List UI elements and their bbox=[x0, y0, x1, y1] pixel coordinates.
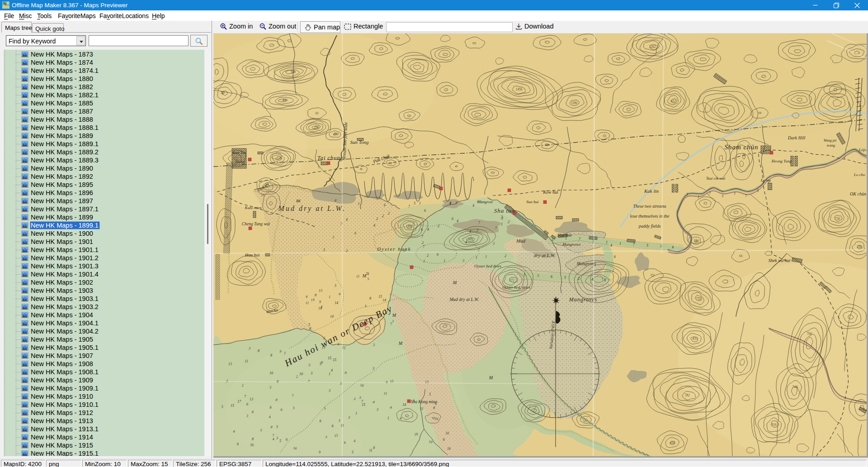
svg-text:Sun hui: Sun hui bbox=[526, 200, 539, 204]
svg-text:Sham chün: Sham chün bbox=[724, 143, 758, 151]
svg-text:10: 10 bbox=[269, 371, 273, 375]
svg-text:Kuni mien: Kuni mien bbox=[244, 205, 262, 210]
svg-text:1456: 1456 bbox=[516, 87, 523, 91]
svg-text:11: 11 bbox=[369, 448, 372, 453]
svg-text:2: 2 bbox=[388, 211, 390, 215]
svg-text:6: 6 bbox=[286, 438, 288, 442]
svg-text:4: 4 bbox=[469, 229, 471, 234]
svg-text:5: 5 bbox=[414, 201, 415, 205]
svg-text:15: 15 bbox=[333, 358, 336, 362]
svg-text:4: 4 bbox=[465, 240, 467, 244]
svg-text:8: 8 bbox=[369, 296, 371, 300]
svg-text:15: 15 bbox=[362, 403, 365, 407]
svg-text:4: 4 bbox=[335, 199, 336, 203]
svg-text:13: 13 bbox=[319, 289, 322, 293]
svg-text:paddy fields: paddy fields bbox=[638, 224, 661, 229]
svg-text:4: 4 bbox=[346, 218, 348, 222]
svg-text:Sun Tong: Sun Tong bbox=[350, 139, 369, 145]
svg-text:2: 2 bbox=[422, 241, 424, 245]
svg-text:8: 8 bbox=[252, 437, 254, 441]
svg-text:OK chün: OK chün bbox=[850, 191, 866, 196]
svg-text:4: 4 bbox=[373, 224, 375, 228]
svg-text:730: 730 bbox=[835, 217, 840, 221]
svg-text:10: 10 bbox=[429, 439, 433, 444]
svg-text:5: 5 bbox=[276, 425, 278, 429]
svg-text:Mangroves: Mangroves bbox=[569, 296, 598, 303]
svg-text:15: 15 bbox=[334, 433, 338, 438]
svg-text:433: 433 bbox=[692, 337, 698, 341]
svg-text:Mangroves: Mangroves bbox=[562, 242, 581, 247]
svg-text:lose themselves in the: lose themselves in the bbox=[630, 214, 670, 219]
svg-text:11: 11 bbox=[305, 300, 309, 305]
svg-text:2: 2 bbox=[376, 217, 378, 221]
svg-text:11: 11 bbox=[356, 274, 360, 278]
svg-text:1: 1 bbox=[329, 295, 330, 299]
svg-text:2: 2 bbox=[501, 216, 503, 220]
svg-text:2: 2 bbox=[438, 224, 439, 228]
svg-text:4: 4 bbox=[457, 219, 458, 223]
svg-text:Oyster bank: Oyster bank bbox=[377, 246, 411, 252]
svg-text:3: 3 bbox=[492, 242, 495, 246]
svg-text:Mangroves: Mangroves bbox=[576, 262, 596, 266]
svg-text:4: 4 bbox=[373, 446, 375, 450]
svg-text:Wang pii: Wang pii bbox=[824, 138, 836, 143]
svg-text:5: 5 bbox=[308, 323, 310, 327]
svg-text:3: 3 bbox=[462, 259, 464, 263]
svg-text:612: 612 bbox=[670, 99, 676, 103]
svg-text:8: 8 bbox=[477, 200, 479, 204]
svg-text:3: 3 bbox=[276, 436, 278, 440]
svg-text:2: 2 bbox=[476, 228, 478, 232]
svg-text:1: 1 bbox=[476, 256, 477, 260]
svg-text:1: 1 bbox=[455, 201, 457, 205]
svg-text:Lo wu: Lo wu bbox=[760, 178, 771, 182]
svg-text:1: 1 bbox=[284, 351, 286, 355]
svg-text:Shek wa hui: Shek wa hui bbox=[769, 258, 791, 263]
svg-text:305: 305 bbox=[467, 237, 473, 241]
svg-text:5: 5 bbox=[757, 189, 759, 193]
svg-text:Kak lin: Kak lin bbox=[644, 188, 659, 194]
svg-text:1180: 1180 bbox=[571, 101, 578, 105]
svg-text:3: 3 bbox=[269, 386, 271, 390]
svg-text:3: 3 bbox=[767, 180, 769, 184]
svg-text:6: 6 bbox=[452, 217, 453, 221]
svg-text:6: 6 bbox=[421, 228, 423, 232]
svg-text:Sha tao: Sha tao bbox=[494, 207, 515, 214]
svg-text:16: 16 bbox=[414, 432, 418, 436]
svg-text:6: 6 bbox=[551, 275, 552, 279]
svg-text:6: 6 bbox=[237, 442, 239, 446]
svg-text:4: 4 bbox=[331, 368, 333, 372]
svg-text:Tai chung: Tai chung bbox=[317, 155, 344, 161]
svg-text:4: 4 bbox=[449, 202, 451, 206]
svg-text:3: 3 bbox=[328, 389, 330, 393]
svg-text:8: 8 bbox=[315, 293, 316, 297]
svg-text:5: 5 bbox=[564, 276, 566, 280]
svg-text:8: 8 bbox=[427, 228, 429, 232]
svg-text:14: 14 bbox=[311, 297, 315, 302]
svg-text:13: 13 bbox=[425, 380, 429, 384]
svg-text:6: 6 bbox=[246, 402, 248, 406]
svg-text:516: 516 bbox=[693, 239, 699, 243]
svg-text:dry at L.W.: dry at L.W. bbox=[534, 253, 556, 258]
svg-text:10: 10 bbox=[299, 372, 303, 376]
svg-text:15: 15 bbox=[328, 356, 331, 360]
svg-text:5: 5 bbox=[279, 439, 281, 443]
svg-text:14: 14 bbox=[382, 298, 386, 302]
svg-text:782: 782 bbox=[684, 393, 690, 397]
svg-text:2: 2 bbox=[382, 214, 384, 218]
svg-text:11: 11 bbox=[420, 407, 423, 411]
svg-text:8: 8 bbox=[604, 278, 606, 282]
svg-text:1262: 1262 bbox=[649, 45, 656, 49]
svg-text:16: 16 bbox=[293, 446, 297, 450]
svg-text:4: 4 bbox=[672, 245, 674, 249]
svg-text:3: 3 bbox=[248, 347, 250, 351]
svg-text:Lo cho: Lo cho bbox=[854, 172, 865, 177]
svg-text:15: 15 bbox=[231, 404, 234, 408]
svg-text:1: 1 bbox=[329, 372, 330, 376]
svg-text:Tsui cik wai: Tsui cik wai bbox=[706, 176, 726, 181]
svg-text:3: 3 bbox=[376, 408, 378, 412]
svg-text:3: 3 bbox=[721, 194, 723, 198]
svg-text:1: 1 bbox=[565, 236, 567, 240]
svg-text:Kow hui: Kow hui bbox=[542, 190, 558, 195]
svg-text:Oyster bed, dries: Oyster bed, dries bbox=[502, 285, 530, 290]
svg-text:3: 3 bbox=[686, 192, 688, 196]
